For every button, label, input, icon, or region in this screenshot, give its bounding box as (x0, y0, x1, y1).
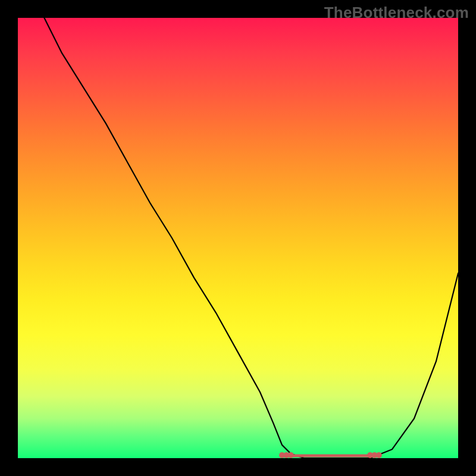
curve-svg (18, 18, 458, 458)
plot-area (18, 18, 458, 458)
watermark-text: TheBottleneck.com (324, 4, 469, 22)
marker-dot (288, 452, 294, 458)
chart-stage: TheBottleneck.com (0, 0, 476, 476)
marker-dot (376, 452, 382, 458)
bottleneck-curve (44, 18, 458, 458)
